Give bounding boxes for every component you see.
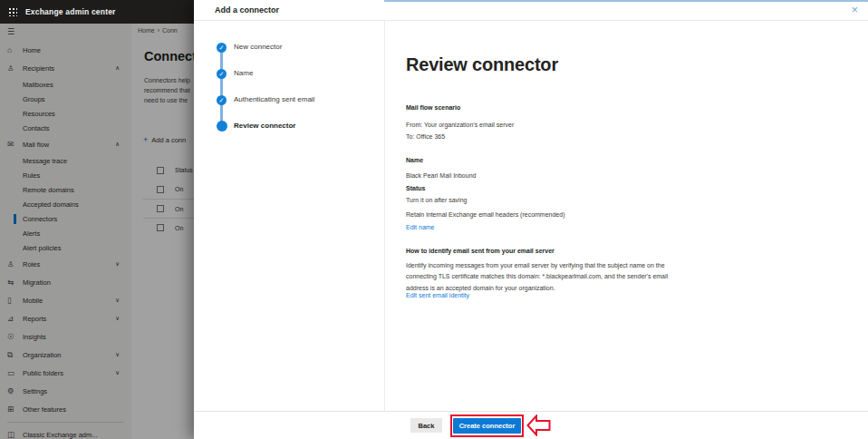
section-title-name: Name bbox=[406, 157, 678, 163]
wizard-step-review-connector: Review connector bbox=[194, 121, 384, 132]
review-heading: Review connector bbox=[406, 54, 558, 75]
back-button[interactable]: Back bbox=[410, 418, 442, 433]
panel-column-divider bbox=[384, 21, 385, 411]
annotation-highlight-box: Create connector bbox=[450, 415, 524, 437]
close-icon[interactable]: × bbox=[851, 4, 858, 15]
mail-flow-to: To: Office 365 bbox=[406, 133, 678, 140]
step-completed-icon: ✓ bbox=[217, 69, 227, 79]
connector-name-value: Black Pearl Mail Inbound bbox=[406, 172, 678, 179]
create-connector-button[interactable]: Create connector bbox=[453, 418, 521, 434]
wizard-step-authenticating-sent-email: ✓ Authenticating sent email bbox=[194, 94, 384, 105]
step-completed-icon: ✓ bbox=[217, 95, 227, 105]
edit-name-link[interactable]: Edit name bbox=[406, 224, 435, 230]
mail-flow-from: From: Your organization's email server bbox=[406, 122, 678, 128]
edit-sent-email-identity-link[interactable]: Edit sent email identity bbox=[406, 292, 469, 298]
app-title: Exchange admin center bbox=[25, 7, 116, 16]
panel-header: Add a connector × bbox=[194, 0, 868, 21]
wizard-progress-line bbox=[220, 47, 223, 126]
wizard-step-name: ✓ Name bbox=[194, 68, 384, 79]
identify-email-description: Identify incoming messages from your ema… bbox=[406, 260, 670, 294]
step-current-icon bbox=[217, 121, 227, 132]
panel-footer: Back Create connector bbox=[194, 411, 868, 439]
section-title-mail-flow-scenario: Mail flow scenario bbox=[406, 104, 678, 111]
panel-title: Add a connector bbox=[215, 0, 279, 21]
wizard-step-new-connector: ✓ New connector bbox=[194, 42, 384, 53]
step-completed-icon: ✓ bbox=[217, 43, 227, 53]
section-title-identify-email: How to identify email sent from your ema… bbox=[406, 248, 678, 254]
status-retain-headers: Retain internal Exchange email headers (… bbox=[406, 211, 678, 218]
section-title-status: Status bbox=[406, 185, 678, 191]
annotation-arrow-left-icon bbox=[526, 415, 551, 436]
status-turn-on: Turn it on after saving bbox=[406, 197, 678, 203]
app-launcher-icon[interactable] bbox=[8, 7, 17, 16]
add-connector-panel: Add a connector × ✓ New connector ✓ Name… bbox=[194, 0, 868, 439]
